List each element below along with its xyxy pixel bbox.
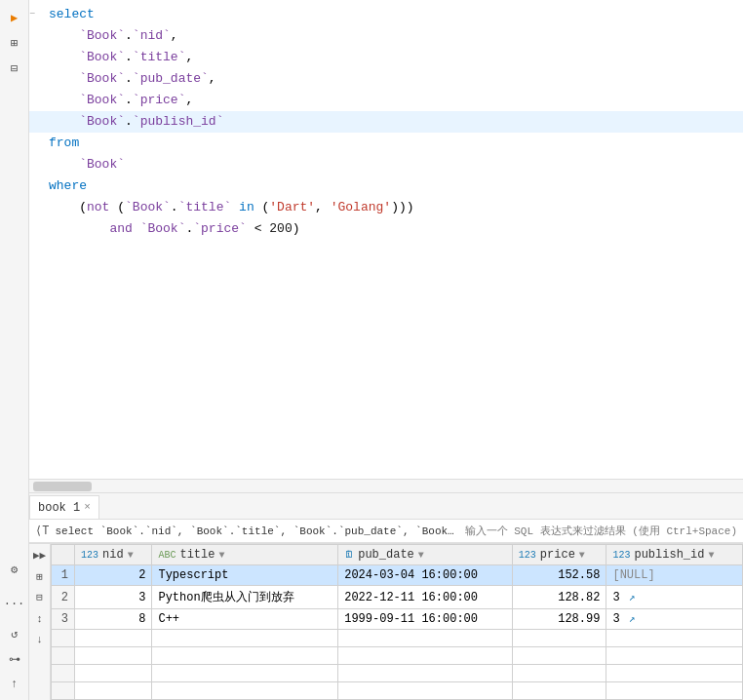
col-type-pubdate: 🗓 bbox=[344, 549, 354, 561]
code-line-11: and `Book`.`price` < 200) bbox=[29, 218, 743, 240]
empty-row bbox=[52, 665, 743, 682]
col-sort-nid[interactable]: ▼ bbox=[128, 550, 134, 561]
cell-nid-1[interactable]: 2 bbox=[75, 565, 152, 586]
cell-pubdate-2[interactable]: 2022-12-11 16:00:00 bbox=[338, 586, 513, 609]
code-line-5: `Book`.`price`, bbox=[29, 90, 743, 111]
col-title2: `title` bbox=[178, 200, 232, 214]
bottom-area: ▶▶ ⊞ ⊟ ↕ ↓ 123 nid ▼ bbox=[29, 543, 743, 700]
ext-link-icon-2[interactable]: ↗ bbox=[629, 592, 636, 603]
refresh-icon[interactable]: ↺ bbox=[5, 624, 24, 643]
keyword-and: and bbox=[109, 221, 132, 236]
code-line-2: `Book`.`nid`, bbox=[29, 25, 743, 47]
tab-book1[interactable]: book 1 × bbox=[29, 495, 99, 519]
code-line-9: where bbox=[29, 175, 743, 197]
col-header-nid[interactable]: 123 nid ▼ bbox=[75, 545, 152, 565]
cell-price-2[interactable]: 128.82 bbox=[512, 586, 606, 609]
line-content-2: `Book`.`nid`, bbox=[45, 25, 743, 47]
scrollbar-thumb[interactable] bbox=[33, 482, 92, 491]
fold-icon[interactable]: − bbox=[29, 4, 45, 25]
gear-icon[interactable]: ⚙ bbox=[5, 560, 24, 579]
col-nid: `nid` bbox=[133, 28, 171, 43]
backtick-book-title2: `Book` bbox=[125, 200, 171, 214]
col-sort-price[interactable]: ▼ bbox=[579, 550, 585, 561]
table-row[interactable]: 2 3 Python爬虫从入门到放弃 2022-12-11 16:00:00 1… bbox=[52, 586, 743, 609]
horizontal-scrollbar[interactable] bbox=[29, 479, 743, 492]
col-header-pubdate[interactable]: 🗓 pub_date ▼ bbox=[338, 545, 513, 565]
col-type-price: 123 bbox=[519, 550, 536, 561]
cell-publishid-3[interactable]: 3 ↗ bbox=[606, 609, 743, 630]
col-type-title: ABC bbox=[158, 550, 176, 561]
col-label-title: title bbox=[179, 548, 215, 562]
results-grid-icon[interactable]: ⊟ bbox=[36, 590, 43, 607]
cell-price-1[interactable]: 152.58 bbox=[512, 565, 606, 586]
col-publishid: `publish_id` bbox=[133, 114, 224, 129]
code-line-3: `Book`.`title`, bbox=[29, 47, 743, 68]
results-table-container[interactable]: 123 nid ▼ ABC title ▼ bbox=[51, 544, 743, 700]
results-export-icon[interactable]: ↓ bbox=[36, 632, 43, 649]
keyword-select: select bbox=[49, 7, 95, 21]
table-icon[interactable]: ⊞ bbox=[5, 33, 24, 53]
left-sidebar: ▶ ⊞ ⊟ ⚙ ··· ↺ ⊶ ↑ bbox=[0, 0, 29, 700]
dots-icon[interactable]: ··· bbox=[5, 595, 24, 614]
col-pubdate: `pub_date` bbox=[133, 71, 209, 86]
col-header-price[interactable]: 123 price ▼ bbox=[512, 545, 606, 565]
cell-nid-2[interactable]: 3 bbox=[75, 586, 152, 609]
cell-title-3[interactable]: C++ bbox=[152, 609, 338, 630]
table-row[interactable]: 1 2 Typescript 2024-03-04 16:00:00 152.5… bbox=[52, 565, 743, 586]
code-line-1: − select bbox=[29, 4, 743, 25]
col-header-title[interactable]: ABC title ▼ bbox=[152, 545, 338, 565]
backtick-book-publishid: `Book` bbox=[79, 114, 125, 129]
col-type-publishid: 123 bbox=[612, 550, 630, 561]
grid-icon[interactable]: ⊟ bbox=[5, 58, 24, 78]
backtick-book-table: `Book` bbox=[79, 157, 125, 172]
results-run-icon[interactable]: ▶▶ bbox=[33, 548, 46, 565]
keyword-not: not bbox=[87, 200, 109, 214]
tab-close-button[interactable]: × bbox=[84, 502, 91, 513]
backtick-book-price2: `Book` bbox=[140, 221, 186, 236]
col-price2: `price` bbox=[193, 221, 247, 236]
code-line-8: `Book` bbox=[29, 154, 743, 175]
results-table-icon[interactable]: ⊞ bbox=[36, 569, 43, 587]
empty-row bbox=[52, 630, 743, 647]
results-sort-icon[interactable]: ↕ bbox=[36, 611, 43, 629]
col-label-pubdate: pub_date bbox=[358, 548, 414, 562]
run-icon[interactable]: ▶ bbox=[5, 8, 24, 27]
str-dart: 'Dart' bbox=[269, 200, 315, 214]
table-row[interactable]: 3 8 C++ 1999-09-11 16:00:00 128.99 3 ↗ bbox=[52, 609, 743, 630]
null-value: [NULL] bbox=[612, 568, 654, 582]
backtick-book-price: `Book` bbox=[79, 93, 125, 107]
col-sort-title[interactable]: ▼ bbox=[218, 550, 224, 561]
col-sort-publishid[interactable]: ▼ bbox=[708, 550, 714, 561]
cell-publishid-2[interactable]: 3 ↗ bbox=[606, 586, 743, 609]
col-type-nid: 123 bbox=[81, 550, 98, 561]
sql-hint-text: 输入一个 SQL 表达式来过滤结果 (使用 Ctrl+Space) bbox=[465, 524, 737, 538]
cell-price-3[interactable]: 128.99 bbox=[512, 609, 606, 630]
num-200: 200 bbox=[269, 221, 292, 236]
cell-nid-3[interactable]: 8 bbox=[75, 609, 152, 630]
col-header-publishid[interactable]: 123 publish_id ▼ bbox=[606, 545, 743, 565]
col-label-nid: nid bbox=[102, 548, 124, 562]
col-sort-pubdate[interactable]: ▼ bbox=[418, 550, 424, 561]
cell-title-1[interactable]: Typescript bbox=[152, 565, 338, 586]
export-icon[interactable]: ↑ bbox=[5, 675, 24, 694]
row-number-3: 3 bbox=[52, 609, 75, 630]
results-sidebar: ▶▶ ⊞ ⊟ ↕ ↓ bbox=[29, 544, 51, 700]
line-content-1: select bbox=[45, 4, 743, 25]
filter-icon[interactable]: ⊶ bbox=[5, 649, 24, 669]
cell-title-2[interactable]: Python爬虫从入门到放弃 bbox=[152, 586, 338, 609]
col-label-price: price bbox=[540, 548, 575, 562]
code-line-4: `Book`.`pub_date`, bbox=[29, 68, 743, 90]
sql-preview-text[interactable]: select `Book`.`nid`, `Book`.`title`, `Bo… bbox=[55, 525, 458, 537]
cell-pubdate-3[interactable]: 1999-09-11 16:00:00 bbox=[338, 609, 513, 630]
keyword-where: where bbox=[49, 178, 87, 193]
row-number-2: 2 bbox=[52, 586, 75, 609]
backtick-book-nid: `Book` bbox=[79, 28, 125, 43]
tab-label: book 1 bbox=[38, 501, 80, 515]
ext-link-icon-3[interactable]: ↗ bbox=[629, 613, 636, 625]
results-table: 123 nid ▼ ABC title ▼ bbox=[51, 544, 743, 700]
sql-editor[interactable]: − select `Book`.`nid`, `Book`.`title`, `… bbox=[29, 0, 743, 479]
results-header-row: 123 nid ▼ ABC title ▼ bbox=[52, 545, 743, 565]
cell-pubdate-1[interactable]: 2024-03-04 16:00:00 bbox=[338, 565, 513, 586]
row-number-1: 1 bbox=[52, 565, 75, 586]
cell-publishid-1[interactable]: [NULL] bbox=[606, 565, 743, 586]
